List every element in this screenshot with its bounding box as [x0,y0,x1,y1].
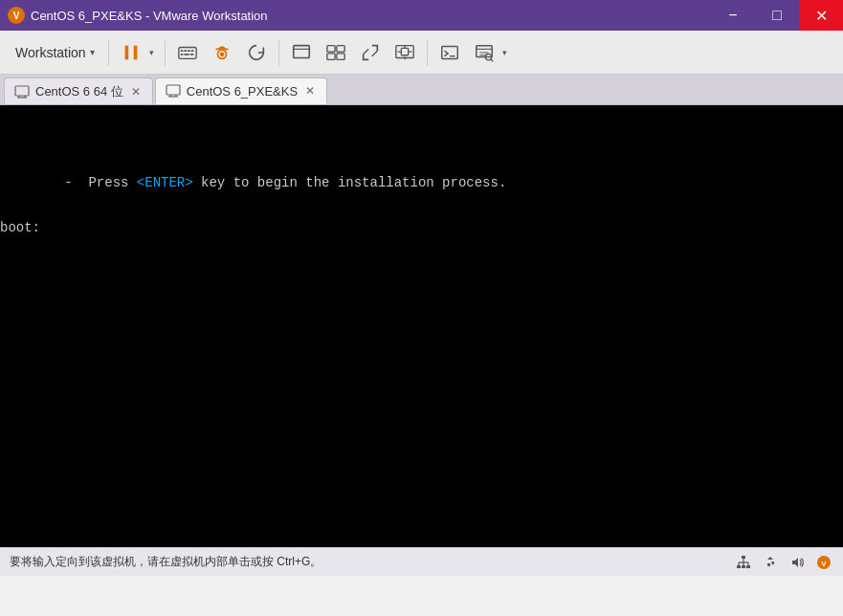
terminal-content: - Press <ENTER> key to begin the install… [0,105,843,547]
term-pre: - Press [48,175,136,190]
term-post: key to begin the installation process. [193,175,507,190]
full-screen-button[interactable] [354,36,387,69]
toolbar-separator-4 [427,39,428,66]
tabs-bar: CentOS 6 64 位 ✕ CentOS 6_PXE&KS ✕ [0,75,843,105]
pause-arrow-button[interactable]: ▾ [145,36,159,69]
tab-centos64-close[interactable]: ✕ [129,86,143,98]
svg-rect-37 [742,565,745,568]
title-text: CentOS 6_PXE&KS - VMware Workstation [31,9,268,23]
console-icon [439,42,460,63]
snapshot-icon [211,42,233,63]
svg-rect-17 [337,45,344,51]
svg-text:V: V [13,11,20,21]
toolbar-separator-2 [165,39,166,66]
title-bar: V CentOS 6_PXE&KS - VMware Workstation −… [0,0,843,31]
svg-rect-38 [746,565,750,568]
tab-pxeks-close[interactable]: ✕ [303,85,317,97]
vm-display[interactable]: - Press <ENTER> key to begin the install… [0,105,843,547]
svg-text:V: V [821,560,827,568]
term-highlight: <ENTER> [137,175,193,190]
minimize-button[interactable]: − [711,0,755,31]
tab-pxeks-label: CentOS 6_PXE&KS [187,84,298,99]
toolbar-separator-1 [108,39,109,66]
pause-btn-group: ▾ [115,36,159,69]
more-tools-arrow-button[interactable]: ▾ [499,36,512,69]
autofit-icon [394,42,415,63]
terminal-line-1: - Press <ENTER> key to begin the install… [0,155,843,211]
terminal-line-2: boot: [0,219,843,238]
snapshot-button[interactable] [206,36,238,69]
svg-rect-31 [166,85,180,95]
pause-button[interactable] [115,36,147,69]
menu-arrow-icon: ▾ [90,47,95,57]
network-status-icon[interactable] [734,553,753,572]
svg-rect-2 [124,45,128,59]
svg-point-13 [219,52,224,56]
tab-centos64[interactable]: CentOS 6 64 位 ✕ [4,77,153,104]
workstation-label: Workstation [15,45,86,60]
sound-icon [789,555,805,570]
tab-pxeks[interactable]: CentOS 6_PXE&KS ✕ [155,77,327,104]
more-tools-btn-group: ▾ [468,36,512,69]
svg-rect-35 [742,556,745,559]
normal-view-icon [291,42,312,63]
terminal-spacer [0,105,843,155]
vmware-status-icon[interactable]: V [814,553,833,572]
svg-rect-8 [190,50,193,52]
svg-rect-27 [15,86,29,96]
pause-icon [121,42,142,63]
usb-icon [763,555,778,570]
normal-view-button[interactable] [285,36,318,69]
unity-view-button[interactable] [320,36,352,69]
autofit-button[interactable] [388,36,421,69]
console-button[interactable] [433,36,466,69]
vm-tab-icon-2 [166,83,181,99]
svg-rect-3 [133,45,137,59]
svg-rect-36 [737,565,741,568]
revert-snapshot-button[interactable] [240,36,273,69]
vmware-icon: V [816,555,832,570]
svg-rect-21 [401,48,408,55]
fullscreen-icon [360,42,381,63]
title-left: V CentOS 6_PXE&KS - VMware Workstation [8,7,268,24]
toolbar: Workstation ▾ ▾ [0,31,843,75]
unity-icon [325,42,346,63]
svg-rect-18 [327,53,335,58]
svg-rect-6 [184,50,187,52]
status-right: V [734,553,833,572]
status-message: 要将输入定向到该虚拟机，请在虚拟机内部单击或按 Ctrl+G。 [10,554,734,570]
title-buttons: − □ ✕ [711,0,843,31]
svg-rect-9 [180,53,183,55]
svg-rect-10 [184,53,189,55]
tab-centos64-label: CentOS 6 64 位 [35,83,123,100]
svg-rect-4 [179,47,196,58]
svg-rect-19 [337,53,344,58]
usb-status-icon[interactable] [761,553,780,572]
vm-tab-icon-1 [14,84,30,99]
svg-rect-14 [293,45,309,57]
svg-rect-11 [189,53,193,55]
send-ctrl-alt-del-button[interactable] [171,36,204,69]
svg-rect-7 [188,50,190,52]
network-icon [736,555,751,570]
more-tools-button[interactable] [468,36,500,69]
sound-status-icon[interactable] [788,553,807,572]
svg-rect-5 [180,50,183,52]
workstation-menu[interactable]: Workstation ▾ [8,41,102,64]
toolbar-separator-3 [278,39,279,66]
close-button[interactable]: ✕ [799,0,843,31]
maximize-button[interactable]: □ [755,0,799,31]
status-bar: 要将输入定向到该虚拟机，请在虚拟机内部单击或按 Ctrl+G。 [0,547,843,576]
svg-rect-22 [441,46,457,58]
revert-icon [246,42,267,63]
more-tools-icon [474,42,495,63]
keyboard-icon [177,42,198,63]
svg-rect-16 [327,45,335,51]
app-icon: V [8,7,25,24]
